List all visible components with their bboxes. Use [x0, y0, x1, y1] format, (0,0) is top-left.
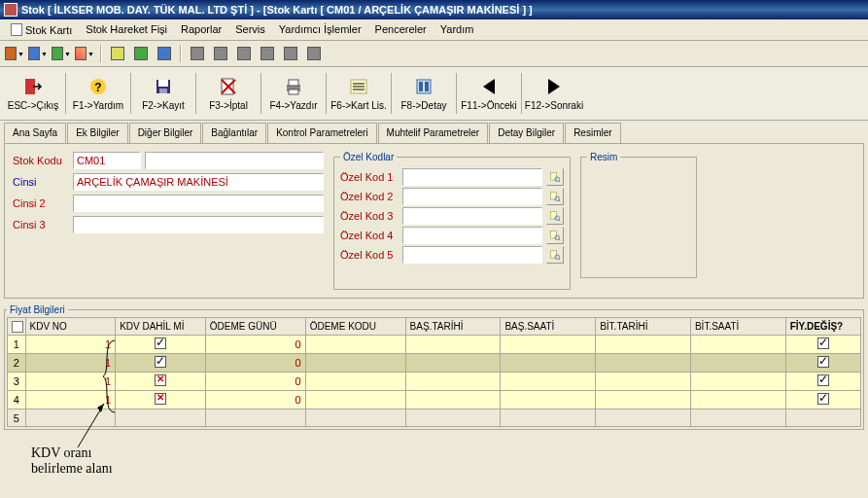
ozel4-input[interactable] — [402, 227, 542, 244]
cell-bit-tarihi[interactable] — [596, 391, 691, 409]
tb-btn11[interactable] — [257, 43, 278, 64]
table-row[interactable]: 310 — [8, 373, 861, 391]
cinsi-input[interactable] — [73, 173, 324, 191]
tab-kontrol[interactable]: Kontrol Parametreleri — [267, 123, 376, 143]
cell-bas-saati[interactable] — [501, 336, 596, 354]
checkbox-icon[interactable] — [817, 338, 829, 349]
cell-bit-tarihi[interactable] — [596, 354, 691, 373]
tab-detay[interactable]: Detay Bilgiler — [489, 123, 564, 143]
cell-bas-tarihi[interactable] — [405, 409, 501, 427]
stok-kodu-input[interactable] — [73, 152, 141, 169]
hdr-kdv-dahil[interactable]: KDV DAHİL Mİ — [116, 318, 206, 336]
cell-odeme-gunu[interactable]: 0 — [205, 354, 305, 373]
btn-f6-kartlist[interactable]: F6->Kart Lis. — [330, 71, 388, 116]
tb-btn8[interactable] — [187, 43, 208, 64]
tb-btn7[interactable] — [154, 43, 175, 64]
hdr-kdv-no[interactable]: KDV NO — [25, 318, 116, 336]
tb-btn6[interactable] — [130, 43, 152, 64]
cell-odeme-gunu[interactable]: 0 — [205, 336, 305, 354]
ozel3-lookup[interactable] — [546, 207, 564, 225]
cell-bas-tarihi[interactable] — [405, 391, 501, 409]
tb-btn12[interactable] — [280, 43, 301, 64]
cell-bit-saati[interactable] — [690, 409, 785, 427]
cinsi3-input[interactable] — [73, 216, 324, 233]
tab-diger-bilgiler[interactable]: Diğer Bilgiler — [129, 123, 202, 143]
cell-odeme-kodu[interactable] — [305, 354, 405, 373]
menu-yardimci[interactable]: Yardımcı İşlemler — [272, 21, 368, 38]
hdr-bas-tarihi[interactable]: BAŞ.TARİHİ — [405, 318, 501, 336]
tb-btn9[interactable] — [210, 43, 231, 64]
cell-bas-saati[interactable] — [501, 391, 596, 409]
tab-resimler[interactable]: Resimler — [565, 123, 620, 143]
ozel4-lookup[interactable] — [546, 227, 564, 244]
stok-kodu-extra-input[interactable] — [145, 152, 324, 169]
cell-bas-tarihi[interactable] — [405, 336, 501, 354]
menu-stok-hareket[interactable]: Stok Hareket Fişi — [79, 21, 174, 38]
hdr-bit-tarihi[interactable]: BİT.TARİHİ — [596, 318, 691, 336]
tab-muhtelif[interactable]: Muhtelif Parametreler — [378, 123, 489, 143]
tab-baglantilar[interactable]: Bağlantılar — [202, 123, 266, 143]
cell-bit-tarihi[interactable] — [596, 409, 691, 427]
cell-fiy-degis[interactable] — [785, 354, 860, 373]
tab-ek-bilgiler[interactable]: Ek Bilgiler — [67, 123, 127, 143]
checkbox-icon[interactable] — [817, 356, 829, 368]
ozel5-lookup[interactable] — [546, 246, 564, 264]
tab-ana-sayfa[interactable]: Ana Sayfa — [4, 123, 66, 143]
cell-bit-saati[interactable] — [690, 373, 785, 391]
table-row[interactable]: 210 — [8, 354, 861, 373]
btn-f4-yazdir[interactable]: F4->Yazdır — [264, 71, 323, 116]
cell-bas-saati[interactable] — [501, 354, 596, 373]
table-row[interactable]: 410 — [8, 391, 861, 409]
menu-servis[interactable]: Servis — [228, 21, 272, 38]
btn-f1-yardim[interactable]: ? F1->Yardım — [69, 71, 127, 116]
cell-odeme-kodu[interactable] — [305, 391, 405, 409]
checkbox-icon[interactable] — [817, 393, 829, 405]
tb-btn13[interactable] — [303, 43, 325, 64]
ozel2-lookup[interactable] — [546, 188, 564, 205]
cell-fiy-degis[interactable] — [785, 336, 860, 354]
cell-kdv-dahil[interactable] — [116, 354, 206, 373]
btn-f12-sonraki[interactable]: F12->Sonraki — [525, 71, 583, 116]
cell-odeme-gunu[interactable] — [205, 409, 305, 427]
table-row[interactable]: 110 — [8, 336, 861, 354]
cell-bas-tarihi[interactable] — [405, 354, 501, 373]
btn-f11-onceki[interactable]: F11->Önceki — [460, 71, 518, 116]
cell-odeme-kodu[interactable] — [305, 336, 405, 354]
cell-bit-tarihi[interactable] — [596, 373, 691, 391]
cell-fiy-degis[interactable] — [785, 391, 860, 409]
cell-bit-saati[interactable] — [690, 354, 785, 373]
cell-kdv-dahil[interactable] — [116, 373, 206, 391]
cell-fiy-degis[interactable] — [785, 409, 860, 427]
cell-odeme-kodu[interactable] — [305, 373, 405, 391]
ozel5-input[interactable] — [402, 246, 542, 264]
btn-f3-iptal[interactable]: F3->İptal — [199, 71, 258, 116]
cell-odeme-kodu[interactable] — [305, 409, 405, 427]
ozel2-input[interactable] — [402, 188, 542, 205]
cell-kdv-dahil[interactable] — [116, 409, 206, 427]
cell-bit-saati[interactable] — [690, 336, 785, 354]
table-row[interactable]: 5 — [8, 409, 861, 427]
tb-btn10[interactable] — [233, 43, 255, 64]
cell-kdv-dahil[interactable] — [116, 391, 206, 409]
hdr-bit-saati[interactable]: BİT.SAATİ — [690, 318, 785, 336]
cell-bas-saati[interactable] — [501, 373, 596, 391]
hdr-bas-saati[interactable]: BAŞ.SAATİ — [501, 318, 596, 336]
cell-bas-tarihi[interactable] — [405, 373, 501, 391]
ozel3-input[interactable] — [402, 207, 542, 225]
tb-btn2[interactable]: ▼ — [27, 43, 49, 64]
tb-new[interactable]: ▼ — [4, 43, 25, 64]
tb-btn4[interactable]: ▼ — [74, 43, 95, 64]
btn-f8-detay[interactable]: F8->Detay — [395, 71, 453, 116]
cell-bas-saati[interactable] — [501, 409, 596, 427]
btn-esc-cikis[interactable]: ESC->Çıkış — [4, 71, 62, 116]
menu-stok-karti[interactable]: Stok Kartı — [4, 21, 79, 38]
menu-yardim[interactable]: Yardım — [434, 21, 481, 38]
checkbox-cross-icon[interactable] — [155, 393, 166, 405]
cell-fiy-degis[interactable] — [785, 373, 860, 391]
checkbox-icon[interactable] — [155, 338, 166, 349]
tb-btn5[interactable] — [107, 43, 128, 64]
menu-raporlar[interactable]: Raporlar — [174, 21, 228, 38]
cell-kdv-dahil[interactable] — [116, 336, 206, 354]
cell-bit-tarihi[interactable] — [596, 336, 691, 354]
cell-bit-saati[interactable] — [690, 391, 785, 409]
